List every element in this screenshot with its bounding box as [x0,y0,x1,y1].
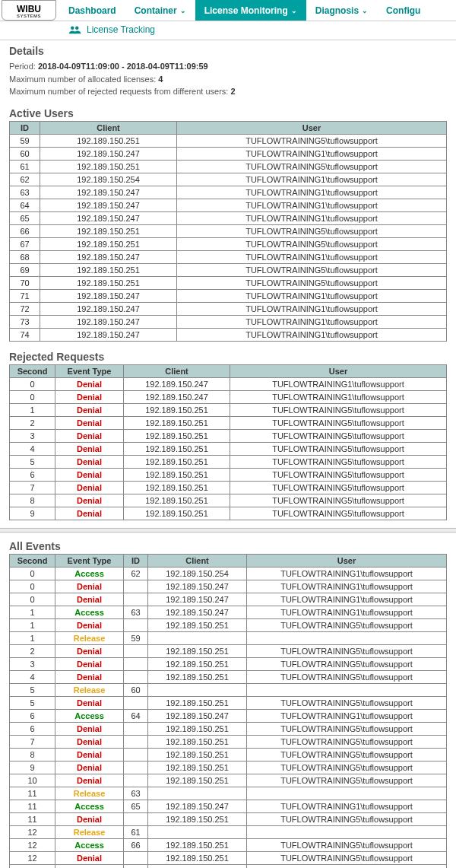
table-cell: 64 [10,199,40,211]
table-cell: 60 [124,683,148,696]
table-cell: 192.189.150.247 [148,606,247,618]
table-cell: TUFLOWTRAINING5\tuflowsupport [230,429,447,442]
table-cell: 192.189.150.254 [148,567,247,580]
max-reject-label: Maximum number of rejected requests from… [9,87,228,96]
table-cell: Access [55,606,124,618]
table-row: 6Access64192.189.150.247TUFLOWTRAINING1\… [10,709,447,722]
table-cell: 63 [124,606,148,618]
table-cell: 192.189.150.247 [40,186,177,199]
table-row: 9Denial192.189.150.251TUFLOWTRAINING5\tu… [10,507,447,520]
table-cell: 5 [10,696,55,709]
table-cell [124,864,148,868]
table-row: 7Denial192.189.150.251TUFLOWTRAINING5\tu… [10,735,447,748]
table-row: 1Access63192.189.150.247TUFLOWTRAINING1\… [10,606,447,618]
table-cell: 60 [10,147,40,160]
table-row: 67192.189.150.251TUFLOWTRAINING5\tuflows… [10,237,447,250]
table-cell: 62 [10,173,40,186]
table-cell: TUFLOWTRAINING1\tuflowsupport [177,173,447,186]
table-cell [124,851,148,864]
table-cell: 0 [10,390,55,403]
table-cell: Denial [55,455,124,468]
table-cell: 192.189.150.247 [40,147,177,160]
table-cell: 0 [10,567,55,580]
table-cell: 11 [10,787,55,800]
table-cell: TUFLOWTRAINING1\tuflowsupport [247,580,447,593]
table-cell: TUFLOWTRAINING1\tuflowsupport [177,302,447,315]
column-header: Second [10,364,55,377]
panel-divider[interactable] [0,528,456,533]
table-cell [124,580,148,593]
table-cell: TUFLOWTRAINING5\tuflowsupport [177,134,447,147]
table-cell: 192.189.150.247 [40,328,177,341]
table-cell [124,593,148,606]
table-row: 2Denial192.189.150.251TUFLOWTRAINING5\tu… [10,416,447,429]
column-header: Client [148,554,247,567]
table-cell: 192.189.150.251 [124,455,230,468]
table-row: 6Denial192.189.150.251TUFLOWTRAINING5\tu… [10,722,447,735]
nav-item-license-monitoring[interactable]: License Monitoring⌄ [195,0,306,21]
table-cell: 2 [10,644,55,657]
table-row: 61192.189.150.251TUFLOWTRAINING5\tuflows… [10,160,447,173]
table-cell: 192.189.150.251 [124,416,230,429]
table-cell: 64 [124,709,148,722]
table-cell [148,683,247,696]
table-cell [124,735,148,748]
nav-item-configu[interactable]: Configu [377,0,429,21]
table-cell: 66 [124,838,148,851]
table-cell: 4 [10,670,55,683]
table-cell: Denial [55,761,124,774]
table-cell: 6 [10,709,55,722]
nav-item-dashboard[interactable]: Dashboard [59,0,125,21]
table-cell: 6 [10,722,55,735]
table-cell: Denial [55,494,124,507]
table-cell [124,748,148,761]
table-cell: TUFLOWTRAINING5\tuflowsupport [247,774,447,787]
table-cell: Denial [55,618,124,631]
table-cell: 192.189.150.251 [148,838,247,851]
table-cell: 65 [124,800,148,812]
table-cell: TUFLOWTRAINING5\tuflowsupport [230,403,447,416]
table-cell: 71 [10,289,40,302]
nav-item-container[interactable]: Container⌄ [125,0,195,21]
table-cell: 1 [10,606,55,618]
table-cell: 8 [10,748,55,761]
table-cell: TUFLOWTRAINING1\tuflowsupport [177,211,447,224]
details-block: Period: 2018-04-09T11:09:00 - 2018-04-09… [0,59,456,103]
table-cell: 12 [10,825,55,838]
table-cell: 68 [10,250,40,263]
table-cell: 61 [10,160,40,173]
nav-item-diagnosis[interactable]: Diagnosis⌄ [306,0,377,21]
table-cell: 192.189.150.247 [148,800,247,812]
table-cell [124,761,148,774]
table-cell: 70 [10,276,40,289]
table-row: 74192.189.150.247TUFLOWTRAINING1\tuflows… [10,328,447,341]
license-tracking-link[interactable]: License Tracking [87,24,155,35]
table-row: 1Denial192.189.150.251TUFLOWTRAINING5\tu… [10,403,447,416]
table-cell: Denial [55,481,124,494]
table-cell: Access [55,838,124,851]
table-cell: 192.189.150.251 [148,774,247,787]
table-cell: 192.189.150.251 [40,134,177,147]
table-row: 0Denial192.189.150.247TUFLOWTRAINING1\tu… [10,580,447,593]
table-row: 11Release63 [10,787,447,800]
table-cell: TUFLOWTRAINING5\tuflowsupport [247,735,447,748]
table-cell: TUFLOWTRAINING5\tuflowsupport [247,696,447,709]
table-row: 8Denial192.189.150.251TUFLOWTRAINING5\tu… [10,494,447,507]
table-cell: 0 [10,593,55,606]
table-cell: 6 [10,468,55,481]
table-row: 1Denial192.189.150.251TUFLOWTRAINING5\tu… [10,618,447,631]
table-cell: 192.189.150.251 [148,670,247,683]
table-cell: 192.189.150.251 [148,735,247,748]
subnav: License Tracking [0,21,456,40]
table-cell: 65 [10,211,40,224]
table-cell: TUFLOWTRAINING1\tuflowsupport [177,250,447,263]
table-cell: 3 [10,429,55,442]
nav-item-label: Container [135,5,177,16]
table-cell: 192.189.150.247 [148,580,247,593]
table-cell: 192.189.150.247 [40,211,177,224]
nav-item-label: Configu [386,5,420,16]
table-row: 5Denial192.189.150.251TUFLOWTRAINING5\tu… [10,696,447,709]
table-cell: Denial [55,657,124,670]
table-cell: 192.189.150.247 [40,199,177,211]
table-cell: TUFLOWTRAINING5\tuflowsupport [230,416,447,429]
